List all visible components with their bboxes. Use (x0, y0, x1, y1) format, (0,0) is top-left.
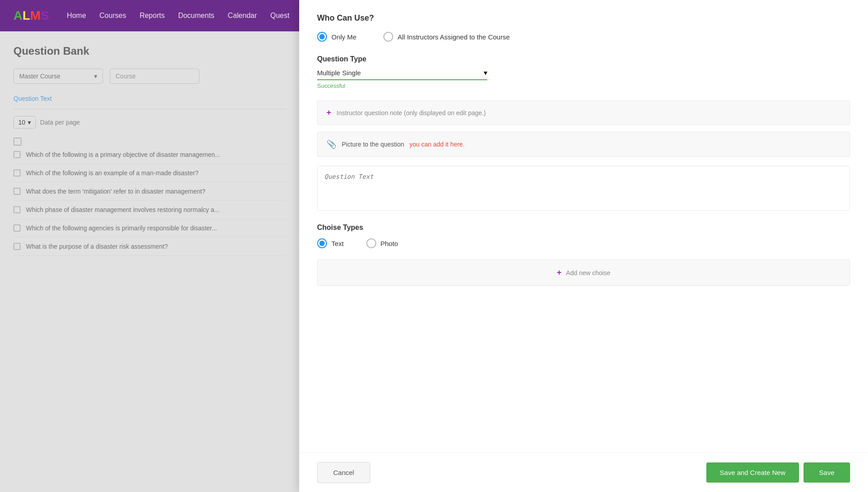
radio-text-outer (317, 238, 327, 248)
logo: ALMS (13, 9, 49, 23)
question-textarea[interactable] (317, 166, 850, 211)
filter-row: Master Course ▾ Course (13, 69, 287, 84)
nav-items: Home Courses Reports Documents Calendar … (67, 12, 289, 20)
logo-s: S (41, 9, 49, 22)
question-text-2: Which of the following is an example of … (26, 169, 198, 177)
add-choice-plus-icon: + (557, 268, 562, 277)
question-list: Which of the following is a primary obje… (13, 146, 287, 256)
radio-text-inner (319, 241, 325, 246)
panel-body: Who Can Use? Only Me All Instructors Ass… (299, 0, 868, 453)
nav-courses[interactable]: Courses (99, 12, 126, 20)
course-select[interactable]: Course (110, 69, 199, 84)
add-choice-section[interactable]: + Add new choise (317, 259, 850, 286)
radio-only-me-outer (317, 32, 327, 42)
logo-m: M (30, 9, 40, 22)
select-all-checkbox[interactable] (13, 138, 21, 146)
per-page-select[interactable]: 10 ▾ (13, 116, 36, 129)
radio-only-me[interactable]: Only Me (317, 32, 357, 42)
per-page-value: 10 (18, 119, 26, 126)
question-text-link[interactable]: Question Text (13, 95, 287, 102)
question-checkbox-6[interactable] (13, 243, 21, 250)
question-checkbox-4[interactable] (13, 206, 21, 213)
question-text-6: What is the purpose of a disaster risk a… (26, 243, 168, 250)
plus-icon: + (327, 108, 331, 117)
master-course-chevron: ▾ (94, 73, 97, 80)
nav-reports[interactable]: Reports (140, 12, 165, 20)
master-course-value: Master Course (19, 73, 60, 80)
list-item: Which of the following is a primary obje… (13, 146, 287, 164)
radio-text[interactable]: Text (317, 238, 344, 248)
radio-text-label: Text (331, 240, 344, 247)
choice-radio-group: Text Photo (317, 238, 850, 248)
radio-all-instructors-outer (383, 32, 393, 42)
master-course-select[interactable]: Master Course ▾ (13, 69, 103, 84)
per-page-chevron: ▾ (28, 119, 31, 126)
question-type-value: Multiple Single (317, 69, 361, 77)
choice-types-section: Choise Types Text Photo (317, 224, 850, 248)
nav-documents[interactable]: Documents (178, 12, 215, 20)
panel-footer: Cancel Save and Create New Save (299, 453, 868, 492)
nav-home[interactable]: Home (67, 12, 86, 20)
question-text-3: What does the term 'mitigation' refer to… (26, 188, 206, 195)
picture-link[interactable]: you can add it here. (409, 141, 464, 148)
question-type-section: Question Type Multiple Single ▾ Successf… (317, 55, 850, 89)
per-page-label: Data per page (40, 119, 80, 126)
page-title: Question Bank (13, 45, 287, 57)
logo-a: A (13, 9, 22, 22)
right-panel: Who Can Use? Only Me All Instructors Ass… (299, 0, 868, 492)
success-status: Successful (317, 82, 850, 89)
radio-only-me-inner (319, 34, 325, 39)
choice-types-label: Choise Types (317, 224, 850, 232)
instructor-note-section[interactable]: + Instructor question note (only display… (317, 100, 850, 125)
add-choice-label: Add new choise (566, 269, 610, 276)
question-text-4: Which phase of disaster management invol… (26, 206, 219, 213)
question-checkbox-3[interactable] (13, 188, 21, 195)
radio-all-instructors[interactable]: All Instructors Assigned to the Course (383, 32, 510, 42)
list-item: What does the term 'mitigation' refer to… (13, 182, 287, 201)
question-type-select[interactable]: Multiple Single ▾ (317, 69, 487, 80)
save-and-create-new-button[interactable]: Save and Create New (706, 462, 799, 483)
course-placeholder: Course (116, 73, 136, 80)
nav-quest[interactable]: Quest (271, 12, 290, 20)
save-button-group: Save and Create New Save (706, 462, 850, 483)
list-item: Which of the following agencies is prima… (13, 219, 287, 237)
radio-photo-outer (366, 238, 376, 248)
question-type-chevron-icon: ▾ (484, 69, 487, 77)
picture-section: 📎 Picture to the question you can add it… (317, 132, 850, 157)
radio-only-me-label: Only Me (331, 33, 357, 41)
question-checkbox-5[interactable] (13, 224, 21, 232)
who-can-use-title: Who Can Use? (317, 13, 850, 23)
list-item: Which of the following is an example of … (13, 164, 287, 182)
question-type-label: Question Type (317, 55, 850, 63)
nav-calendar[interactable]: Calendar (228, 12, 257, 20)
cancel-button[interactable]: Cancel (317, 462, 370, 483)
instructor-note-placeholder: Instructor question note (only displayed… (337, 109, 486, 117)
question-text-1: Which of the following is a primary obje… (26, 151, 220, 158)
logo-l: L (22, 9, 30, 22)
question-text-5: Which of the following agencies is prima… (26, 224, 217, 232)
paperclip-icon: 📎 (327, 139, 336, 149)
who-can-use-section: Who Can Use? Only Me All Instructors Ass… (317, 13, 850, 42)
list-item: What is the purpose of a disaster risk a… (13, 237, 287, 256)
question-checkbox-1[interactable] (13, 151, 21, 158)
radio-photo[interactable]: Photo (366, 238, 398, 248)
save-button[interactable]: Save (804, 462, 850, 483)
main-content: Question Bank Master Course ▾ Course Que… (0, 31, 300, 492)
radio-photo-label: Photo (381, 240, 398, 247)
who-can-use-radio-group: Only Me All Instructors Assigned to the … (317, 32, 850, 42)
divider (13, 109, 287, 109)
question-checkbox-2[interactable] (13, 169, 21, 177)
per-page-row: 10 ▾ Data per page (13, 116, 287, 129)
list-item: Which phase of disaster management invol… (13, 201, 287, 219)
picture-text: Picture to the question (342, 141, 404, 148)
radio-all-instructors-label: All Instructors Assigned to the Course (398, 33, 510, 41)
